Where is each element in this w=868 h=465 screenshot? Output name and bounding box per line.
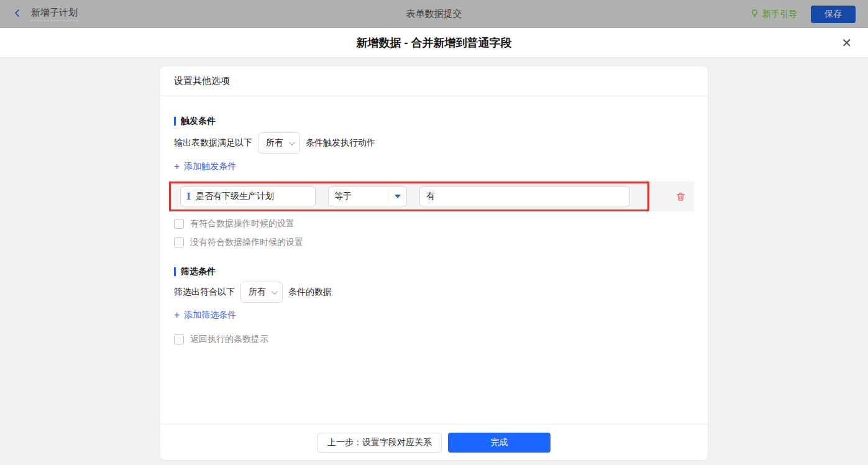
plus-icon: + <box>174 162 180 172</box>
beginner-guide-link[interactable]: 新手引导 <box>750 9 797 20</box>
plan-title[interactable]: 新增子计划 <box>31 7 78 21</box>
trash-icon <box>675 191 686 202</box>
checkbox-has-match[interactable] <box>174 219 184 229</box>
section-marker <box>174 117 176 126</box>
trigger-match-select[interactable]: 所有 <box>258 132 300 154</box>
condition-operator-select[interactable]: 等于 <box>328 186 407 206</box>
modal-header: 新增数据 - 合并新增到普通字段 ✕ <box>0 28 868 58</box>
modal-body: 设置其他选项 触发条件 输出表数据满足以下 所有 条件触发执行动作 + 添加触发… <box>0 67 868 465</box>
close-icon[interactable]: ✕ <box>841 37 852 49</box>
add-trigger-condition-link[interactable]: + 添加触发条件 <box>174 160 236 173</box>
operator-caret-zone[interactable] <box>388 190 406 203</box>
filter-match-suffix: 条件的数据 <box>288 287 332 298</box>
chevron-down-icon <box>272 288 278 295</box>
checkbox-return-count[interactable] <box>174 334 184 344</box>
beginner-guide-label: 新手引导 <box>762 9 797 20</box>
checkbox-row-no-match: 没有符合数据操作时候的设置 <box>174 236 694 249</box>
filter-section-title: 筛选条件 <box>174 265 694 278</box>
highlight-red-border: I 是否有下级生产计划 等于 有 <box>169 182 649 211</box>
checkbox-no-match[interactable] <box>174 237 184 247</box>
add-filter-condition-link[interactable]: + 添加筛选条件 <box>174 309 236 321</box>
save-button[interactable]: 保存 <box>811 6 856 23</box>
delete-condition-button[interactable] <box>675 191 686 204</box>
condition-value-input[interactable]: 有 <box>419 186 630 206</box>
trigger-match-prefix: 输出表数据满足以下 <box>174 137 252 149</box>
top-navbar: 新增子计划 表单数据提交 新手引导 保存 <box>0 0 868 28</box>
done-button[interactable]: 完成 <box>448 433 550 453</box>
lightbulb-icon <box>750 9 759 20</box>
trigger-section-title: 触发条件 <box>174 115 694 127</box>
caret-down-icon <box>395 195 401 198</box>
checkbox-row-has-match: 有符合数据操作时候的设置 <box>174 217 694 230</box>
back-button[interactable] <box>12 8 22 20</box>
chevron-down-icon <box>289 139 295 145</box>
back-chevron-icon <box>12 8 22 20</box>
page-title: 表单数据提交 <box>0 8 868 20</box>
card-header-title: 设置其他选项 <box>160 67 708 96</box>
plus-icon: + <box>174 310 180 320</box>
modal-title: 新增数据 - 合并新增到普通字段 <box>357 35 512 50</box>
card-footer: 上一步：设置字段对应关系 完成 <box>160 424 708 460</box>
filter-match-select[interactable]: 所有 <box>240 282 283 303</box>
trigger-match-suffix: 条件触发执行动作 <box>306 137 375 149</box>
previous-step-button[interactable]: 上一步：设置字段对应关系 <box>318 433 442 453</box>
checkbox-row-return-count: 返回执行的条数提示 <box>174 333 694 346</box>
options-card: 设置其他选项 触发条件 输出表数据满足以下 所有 条件触发执行动作 + 添加触发… <box>160 67 708 460</box>
filter-match-prefix: 筛选出符合以下 <box>174 287 235 298</box>
trigger-condition-row: I 是否有下级生产计划 等于 有 <box>169 182 694 211</box>
text-field-type-icon: I <box>186 192 191 201</box>
section-marker <box>174 267 176 276</box>
condition-field-input[interactable]: I 是否有下级生产计划 <box>180 186 316 206</box>
